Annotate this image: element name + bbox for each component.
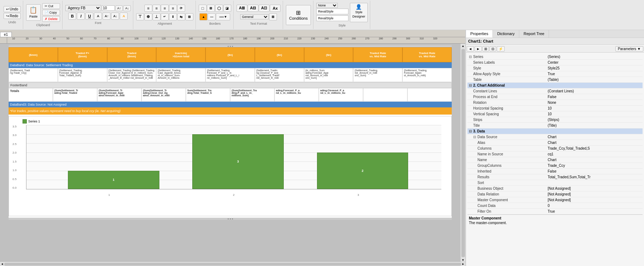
conditions-button[interactable]: ⊞ Conditions [286, 5, 311, 25]
header-cell-8: Traded Ratevs. Mid Rate [353, 47, 402, 62]
ruler-mark-80: 80 [107, 37, 110, 40]
alignment-group-label: Alignment [158, 22, 172, 25]
none-select[interactable]: None [316, 3, 338, 8]
header-cell-6: ($n) [255, 47, 304, 62]
databand3-label: DataBand3: Data Source: Not Assigned [9, 102, 452, 107]
conditions-group: ⊞ Conditions [284, 1, 313, 29]
text-fmt-1[interactable]: A⊞ [237, 5, 247, 12]
margins-button[interactable]: ⊞ [185, 13, 193, 20]
panel-nav-forward[interactable]: ► [475, 46, 482, 52]
spacing-button[interactable]: ⇕ [169, 13, 177, 20]
align-right-button[interactable]: ≡ [161, 5, 169, 12]
align-left-button[interactable]: ≡ [144, 5, 152, 12]
text-fmt-expand[interactable]: ⊞ [269, 13, 277, 20]
prop-section-chart-additional: ⊟2. Chart Additional [467, 83, 643, 88]
panel-nav-back[interactable]: ◄ [467, 46, 474, 52]
prop-row-columns: Columns Trade_Ccy,Total_Traded,S [467, 146, 643, 151]
ruler-mark-100: 100 [134, 37, 139, 40]
undo-button[interactable]: ↩ Undo [4, 6, 21, 12]
redo-button[interactable]: ↪ Redo [4, 13, 21, 19]
font-decrease-button[interactable]: A↓ [123, 5, 131, 11]
scroll-up-button[interactable]: ▲ [462, 44, 465, 48]
master-component-section: Master Component The master-component. [467, 214, 643, 226]
font-size-input[interactable] [102, 5, 115, 11]
font-color-button[interactable]: A [94, 13, 102, 20]
ruler-mark-290: 290 [392, 37, 397, 40]
data-row-1: {Settlement_Trading.Trade_Ccy} {Settleme… [9, 68, 452, 82]
cut-button[interactable]: ✂ Cut [42, 3, 60, 9]
horizontal-scrollbar[interactable]: ◄ ► [0, 262, 465, 266]
resize-handle-bottom[interactable] [9, 218, 452, 220]
highlight-button[interactable]: A [120, 13, 128, 20]
border-round-button[interactable]: ◯ [215, 5, 223, 12]
style-designer-button[interactable]: 👤 Style Designer [350, 3, 368, 22]
grid-line-1 [26, 125, 441, 125]
prop-row-data-relation: Data Relation [Not Assigned] [467, 192, 643, 197]
valign-bottom-button[interactable]: ⊥ [153, 13, 160, 20]
prop-row-data-source: ⊟Data Source Chart [467, 134, 643, 140]
panel-header: Chart1: Chart [466, 38, 644, 45]
vertical-scrollbar[interactable]: ▲ ▼ [460, 44, 465, 262]
indent-button[interactable]: ⇆ [177, 13, 185, 20]
tab-properties[interactable]: Properties [466, 30, 493, 38]
rotate-button[interactable]: ⟳ [177, 5, 185, 12]
font-increase-button[interactable]: A↑ [115, 5, 123, 11]
border-style-button[interactable]: — [208, 13, 216, 20]
increase-indent-button[interactable]: A↑ [103, 13, 110, 20]
ruler-mark-170: 170 [229, 37, 234, 40]
general-select[interactable]: General [240, 14, 269, 19]
ruler-mark-190: 190 [257, 37, 261, 40]
h-scroll-thumb[interactable] [4, 263, 461, 266]
panel-flash[interactable]: ⚡ [497, 46, 505, 52]
x-axis: 1 2 3 [26, 193, 441, 197]
delete-button[interactable]: ✗ Delete [42, 16, 60, 22]
text-fmt-2[interactable]: A⊟ [248, 5, 258, 12]
ruler-marks: 10 20 30 40 50 60 70 80 90 100 110 120 1… [7, 37, 465, 43]
footer-totals-label: Totals [9, 88, 53, 102]
tab-dictionary[interactable]: Dictionary [493, 30, 519, 38]
border-outer-button[interactable]: □ [199, 5, 207, 12]
tab-e1[interactable]: e1 [0, 32, 12, 37]
bold-button[interactable]: B [68, 13, 76, 20]
scroll-left-button[interactable]: ◄ [1, 262, 4, 266]
word-wrap-button[interactable]: ↵ [161, 13, 169, 20]
fill-color-button[interactable]: ▲ [199, 13, 207, 20]
ruler-mark-10: 10 [12, 37, 15, 40]
italic-button[interactable]: I [77, 13, 85, 20]
tab-report-tree[interactable]: Report Tree [519, 30, 549, 38]
scroll-right-button[interactable]: ► [462, 262, 465, 266]
border-inner-button[interactable]: ⊞ [207, 5, 215, 12]
prop-row-strips: Strips (Strips) [467, 117, 643, 123]
note-row: *For trades, positive values represent n… [9, 107, 452, 115]
scroll-down-button[interactable]: ▼ [462, 258, 465, 262]
text-fmt-3[interactable]: A⊡ [259, 5, 269, 12]
prop-row-rotation: Rotation None [467, 100, 643, 106]
valign-top-button[interactable]: ⊤ [136, 13, 144, 20]
parameters-button[interactable]: Parameters ▼ [615, 46, 643, 52]
panel-tabs: Properties Dictionary Report Tree [466, 30, 644, 38]
ruler-mark-240: 240 [325, 37, 329, 40]
alignment-group: ≡ ≡ ≡ ≡ ⟳ ⊤ ⊕ ⊥ ↵ ⇕ ⇆ ⊞ Alignment [134, 1, 196, 29]
bar-1: 1 [68, 171, 159, 189]
font-name-select[interactable]: Agency FB [65, 5, 101, 11]
decrease-indent-button[interactable]: A↓ [111, 13, 119, 20]
align-justify-button[interactable]: ≡ [169, 5, 177, 12]
panel-collapse-all[interactable]: ⊟ [490, 46, 496, 52]
border-width-button[interactable]: ══▼ [216, 13, 230, 20]
ruler-mark-280: 280 [379, 37, 383, 40]
copy-button[interactable]: 📄 Copy [42, 10, 60, 15]
chart-area: Series 1 3.5 3.0 2.5 2.0 1.5 [9, 116, 452, 216]
shadow-button[interactable]: ◪ [223, 5, 231, 12]
paste-button[interactable]: 📋Paste [26, 4, 41, 21]
prop-row-inherited: Inherited False [467, 169, 643, 174]
align-center-button[interactable]: ≡ [153, 5, 160, 12]
redo-icon: ↪ [6, 14, 9, 18]
prop-row-series-labels: Series Labels Center [467, 60, 643, 66]
footer-cell-5: {Sum(Settlement_Trading.P_and_L_in_milli… [230, 88, 274, 102]
text-fmt-4[interactable]: Ax [270, 5, 281, 12]
panel-expand-all[interactable]: ⊞ [482, 46, 489, 52]
scroll-thumb[interactable] [461, 49, 465, 257]
databand1-label: DataBand: Data Source: Settlement Tradin… [9, 62, 452, 68]
underline-button[interactable]: U [85, 13, 93, 20]
valign-middle-button[interactable]: ⊕ [144, 13, 152, 20]
